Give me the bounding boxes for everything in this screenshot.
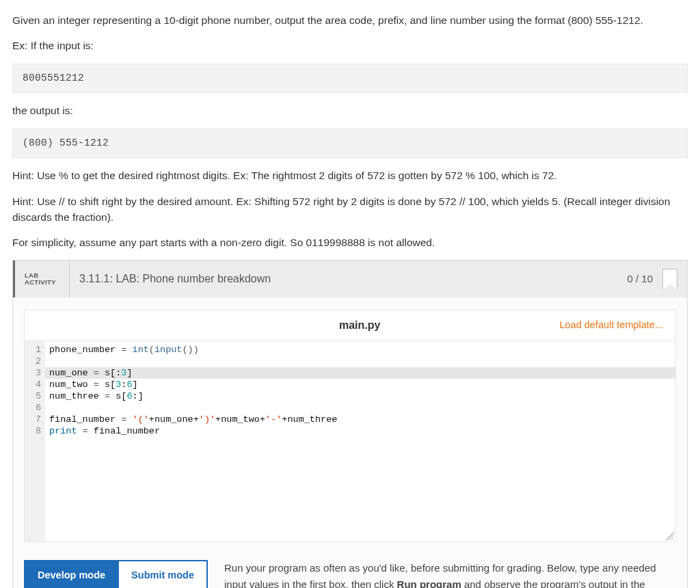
output-label: the output is: (12, 103, 688, 118)
problem-statement: Given an integer representing a 10-digit… (12, 12, 688, 250)
line-gutter: 1 2 3 4 5 6 7 8 (25, 341, 45, 542)
lab-header: LABACTIVITY 3.11.1: LAB: Phone number br… (13, 260, 687, 297)
submit-mode-button[interactable]: Submit mode (119, 560, 208, 588)
lab-title: 3.11.1: LAB: Phone number breakdown (70, 271, 627, 287)
modes-row: Develop mode Submit mode Run your progra… (24, 560, 676, 588)
code-line-3: num_one = s[:3] (25, 367, 675, 379)
example-input-block: 8005551212 (12, 64, 688, 94)
mode-buttons: Develop mode Submit mode (24, 560, 208, 588)
code-line-6 (49, 402, 675, 414)
mode-description: Run your program as often as you'd like,… (224, 560, 676, 588)
resize-handle-icon[interactable] (666, 532, 674, 540)
file-bar: main.py Load default template... (24, 310, 676, 340)
lab-score: 0 / 10 (627, 271, 660, 287)
code-line-2 (49, 356, 675, 367)
hint-2: Hint: Use // to shift right by the desir… (12, 193, 688, 226)
code-line-4: num_two = s[3:6] (49, 379, 675, 390)
hint-1: Hint: Use % to get the desired rightmost… (12, 168, 688, 183)
code-line-8: print = final_number (49, 425, 675, 437)
problem-intro: Given an integer representing a 10-digit… (12, 12, 688, 28)
example-label: Ex: If the input is: (12, 38, 688, 53)
lab-body: main.py Load default template... 1 2 3 4… (13, 297, 687, 588)
lab-card: LABACTIVITY 3.11.1: LAB: Phone number br… (12, 260, 688, 588)
load-default-template-link[interactable]: Load default template... (559, 318, 663, 333)
file-name: main.py (160, 317, 559, 334)
hint-3: For simplicity, assume any part starts w… (12, 235, 688, 250)
lab-badge: LABACTIVITY (15, 260, 70, 297)
code-editor[interactable]: 1 2 3 4 5 6 7 8 phone_number = int(input… (24, 340, 676, 542)
develop-mode-button[interactable]: Develop mode (24, 560, 119, 588)
code-area[interactable]: phone_number = int(input()) num_one = s[… (25, 341, 675, 437)
bookmark-icon[interactable] (662, 269, 677, 289)
code-line-7: final_number = '('+num_one+')'+num_two+'… (49, 414, 675, 425)
code-line-1: phone_number = int(input()) (49, 344, 675, 356)
example-output-block: (800) 555-1212 (12, 129, 688, 159)
run-program-label: Run program (397, 578, 461, 589)
code-line-5: num_three = s[6:] (49, 390, 675, 402)
